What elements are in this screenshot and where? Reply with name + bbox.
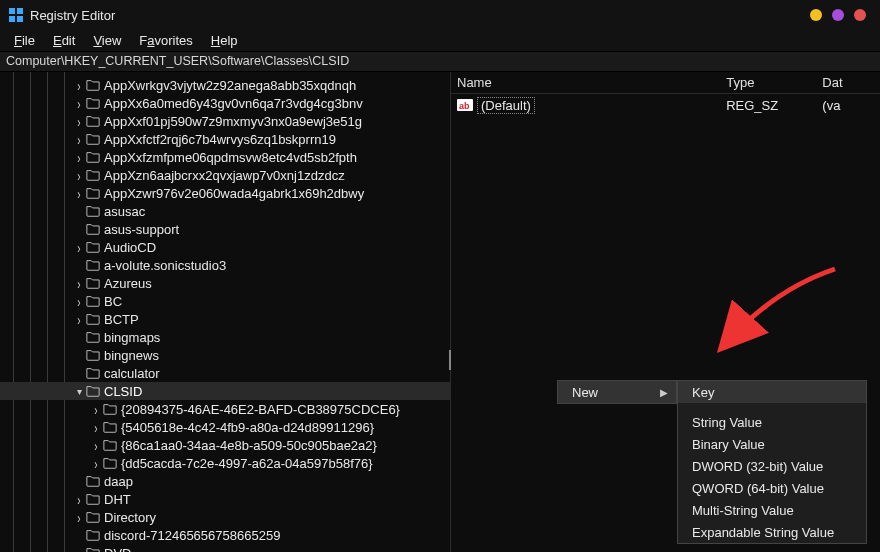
chevron-right-icon[interactable]: › [72, 165, 86, 185]
chevron-right-icon[interactable]: › [72, 273, 86, 293]
tree-item[interactable]: ›Directory [0, 508, 450, 526]
chevron-right-icon[interactable]: › [72, 147, 86, 167]
value-row[interactable]: ab (Default) REG_SZ (va [451, 94, 880, 116]
chevron-right-icon[interactable]: › [89, 399, 103, 419]
chevron-right-icon[interactable]: › [72, 93, 86, 113]
menu-file[interactable]: File [6, 31, 43, 50]
tree-item-label: calculator [104, 366, 160, 381]
col-type[interactable]: Type [726, 75, 822, 90]
tree-twisty-none [72, 258, 86, 272]
chevron-right-icon[interactable]: › [72, 489, 86, 509]
tree-twisty-none [72, 330, 86, 344]
tree-item[interactable]: ›BCTP [0, 310, 450, 328]
menu-help[interactable]: Help [203, 31, 246, 50]
context-submenu-item[interactable]: Key [678, 381, 866, 403]
maximize-dot[interactable] [832, 9, 844, 21]
tree-item[interactable]: ▾CLSID [0, 382, 450, 400]
tree-item[interactable]: ›DHT [0, 490, 450, 508]
svg-text:ab: ab [459, 101, 470, 111]
tree-item-label: asus-support [104, 222, 179, 237]
svg-rect-0 [9, 8, 15, 14]
folder-icon [86, 114, 100, 128]
tree-item[interactable]: ›{dd5cacda-7c2e-4997-a62a-04a597b58f76} [0, 454, 450, 472]
folder-icon [103, 402, 117, 416]
tree-item-label: bingnews [104, 348, 159, 363]
context-submenu: KeyString ValueBinary ValueDWORD (32-bit… [677, 380, 867, 544]
tree-twisty-none [72, 204, 86, 218]
context-submenu-item[interactable]: Expandable String Value [678, 521, 866, 543]
chevron-right-icon[interactable]: › [89, 453, 103, 473]
string-value-icon: ab [457, 97, 473, 113]
svg-rect-1 [17, 8, 23, 14]
tree-item-label: asusac [104, 204, 145, 219]
tree-twisty-none [72, 348, 86, 362]
menu-edit[interactable]: Edit [45, 31, 83, 50]
context-submenu-item[interactable]: QWORD (64-bit) Value [678, 477, 866, 499]
folder-icon [86, 348, 100, 362]
chevron-right-icon[interactable]: › [72, 507, 86, 527]
values-panel: Name Type Dat ab (Default) REG_SZ (va Ne… [451, 72, 880, 552]
context-menu-new[interactable]: New ▶ [558, 381, 676, 403]
chevron-right-icon[interactable]: › [72, 237, 86, 257]
context-submenu-item[interactable]: DWORD (32-bit) Value [678, 455, 866, 477]
tree-item[interactable]: ›AppXzwr976v2e060wada4gabrk1x69h2dbwy [0, 184, 450, 202]
tree-item-label: AppXwrkgv3vjytw2z92anega8abb35xqdnqh [104, 78, 356, 93]
context-submenu-item[interactable]: Binary Value [678, 433, 866, 455]
tree-item[interactable]: a-volute.sonicstudio3 [0, 256, 450, 274]
chevron-right-icon[interactable]: › [72, 309, 86, 329]
tree-item-label: discord-712465656758665259 [104, 528, 280, 543]
folder-icon [86, 528, 100, 542]
close-dot[interactable] [854, 9, 866, 21]
tree-item[interactable]: ›{20894375-46AE-46E2-BAFD-CB38975CDCE6} [0, 400, 450, 418]
folder-icon [86, 204, 100, 218]
chevron-right-icon[interactable]: › [72, 129, 86, 149]
tree-item[interactable]: daap [0, 472, 450, 490]
tree-item[interactable]: ›AppXwrkgv3vjytw2z92anega8abb35xqdnqh [0, 76, 450, 94]
col-name[interactable]: Name [457, 75, 726, 90]
tree-item[interactable]: bingnews [0, 346, 450, 364]
tree-item[interactable]: ›AppXxf01pj590w7z9mxmyv3nx0a9ewj3e51g [0, 112, 450, 130]
tree-item[interactable]: ›{86ca1aa0-34aa-4e8b-a509-50c905bae2a2} [0, 436, 450, 454]
tree-item[interactable]: calculator [0, 364, 450, 382]
menu-favorites[interactable]: Favorites [131, 31, 200, 50]
tree-item[interactable]: discord-712465656758665259 [0, 526, 450, 544]
tree-item[interactable]: ›AudioCD [0, 238, 450, 256]
tree-item[interactable]: asusac [0, 202, 450, 220]
chevron-right-icon[interactable]: › [72, 183, 86, 203]
value-data: (va [822, 98, 880, 113]
folder-icon [86, 492, 100, 506]
chevron-right-icon[interactable]: › [72, 291, 86, 311]
folder-icon [86, 240, 100, 254]
tree-item[interactable]: ›Azureus [0, 274, 450, 292]
tree-item[interactable]: asus-support [0, 220, 450, 238]
folder-icon [86, 78, 100, 92]
chevron-right-icon[interactable]: › [72, 543, 86, 552]
minimize-dot[interactable] [810, 9, 822, 21]
tree-item[interactable]: ›AppXx6a0med6y43gv0vn6qa7r3vdg4cg3bnv [0, 94, 450, 112]
menu-view[interactable]: View [85, 31, 129, 50]
tree-item-label: {5405618e-4c42-4fb9-a80a-d24d89911296} [121, 420, 374, 435]
chevron-right-icon[interactable]: › [89, 435, 103, 455]
col-data[interactable]: Dat [822, 75, 880, 90]
chevron-right-icon[interactable]: › [72, 75, 86, 95]
splitter-handle-indicator[interactable] [449, 350, 451, 370]
tree-item[interactable]: ›{5405618e-4c42-4fb9-a80a-d24d89911296} [0, 418, 450, 436]
context-submenu-item[interactable]: Multi-String Value [678, 499, 866, 521]
tree-item-label: AppXxfctf2rqj6c7b4wrvys6zq1bskprrn19 [104, 132, 336, 147]
tree-item-label: Directory [104, 510, 156, 525]
chevron-right-icon[interactable]: › [72, 111, 86, 131]
folder-icon [86, 312, 100, 326]
address-bar[interactable]: Computer\HKEY_CURRENT_USER\Software\Clas… [0, 52, 880, 72]
tree-item[interactable]: ›AppXzn6aajbcrxx2qvxjawp7v0xnj1zdzdcz [0, 166, 450, 184]
chevron-down-icon[interactable]: ▾ [72, 384, 86, 398]
tree-item[interactable]: bingmaps [0, 328, 450, 346]
tree-item-label: AppXxf01pj590w7z9mxmyv3nx0a9ewj3e51g [104, 114, 362, 129]
tree-item[interactable]: ›AppXxfctf2rqj6c7b4wrvys6zq1bskprrn19 [0, 130, 450, 148]
tree-item[interactable]: ›DVD [0, 544, 450, 552]
tree-item[interactable]: ›BC [0, 292, 450, 310]
chevron-right-icon[interactable]: › [89, 417, 103, 437]
tree-item[interactable]: ›AppXxfzmfpme06qpdmsvw8etc4vd5sb2fpth [0, 148, 450, 166]
tree-twisty-none [72, 528, 86, 542]
folder-icon [86, 384, 100, 398]
context-submenu-item[interactable]: String Value [678, 411, 866, 433]
